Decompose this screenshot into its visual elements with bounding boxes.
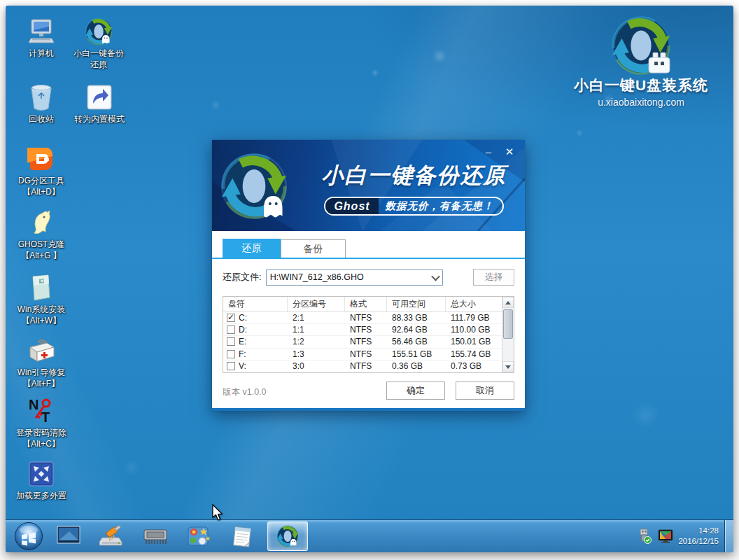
partition-id: 1:2 [288,337,345,346]
free-space: 92.64 GB [387,325,446,335]
load-external-icon [27,459,56,489]
display-settings-icon[interactable] [657,528,674,545]
row-checkbox[interactable] [227,350,235,358]
format: NTFS [345,337,387,346]
memory-chip-icon [143,526,168,547]
tab-bar: 还原 备份 [212,231,525,259]
dg-partition-icon [27,144,56,174]
total-size: 111.79 GB [446,313,502,323]
scroll-up-arrow[interactable] [502,297,514,308]
desktop-icon-password-clear[interactable]: N T 登录密码清除 【Alt+C】 [13,396,70,449]
partition-table: 盘符 分区编号 格式 可用空间 总大小 C: 2:1 NTFS 88.33 GB… [223,296,514,373]
taskbar-button-desktop-preview[interactable] [50,522,87,551]
desktop-icon-label: 计算机 [13,48,70,59]
table-row[interactable]: D: 1:1 NTFS 92.64 GB 110.00 GB [223,324,502,336]
clock-date: 2016/12/15 [678,536,719,547]
col-header-partition[interactable]: 分区编号 [288,297,345,312]
restore-file-label: 还原文件: [223,271,262,284]
drive-letter: C: [239,313,247,323]
taskbar-clock[interactable]: 14:28 2016/12/15 [678,526,719,547]
window-header: 小白一键备份还原 Ghost 数据无价，有备无患！ – ✕ [212,140,525,231]
row-checkbox[interactable] [227,326,235,334]
format: NTFS [345,313,387,323]
format: NTFS [345,325,387,335]
chevron-down-icon[interactable] [430,270,442,285]
ghost-slogan: 数据无价，有备无患！ [379,198,502,214]
desktop-icon-win-install[interactable]: Win系统安装 【Alt+W】 [13,273,70,326]
col-header-total[interactable]: 总大小 [446,297,502,312]
disk-tools-icon [99,525,125,547]
recycle-bin-icon [27,83,56,112]
tab-backup[interactable]: 备份 [281,239,346,258]
row-checkbox[interactable] [227,362,235,370]
format: NTFS [345,361,387,371]
desktop-icon-load-external[interactable]: 加载更多外置 [13,459,70,502]
taskbar-button-notepad[interactable] [224,522,260,551]
total-size: 110.00 GB [446,325,502,335]
scroll-down-arrow[interactable] [502,361,514,372]
scroll-thumb[interactable] [503,309,513,339]
col-header-free[interactable]: 可用空间 [387,297,446,312]
usb-device-icon[interactable] [636,528,653,545]
brand-logo-icon [607,15,675,76]
table-row[interactable]: C: 2:1 NTFS 88.33 GB 111.79 GB [223,312,502,324]
close-button[interactable]: ✕ [502,145,516,159]
desktop-icon-dg-partition[interactable]: DG分区工具 【Alt+D】 [13,144,70,197]
taskbar-button-backup-restore[interactable] [267,522,308,551]
show-desktop-button[interactable] [724,520,733,552]
free-space: 155.51 GB [387,349,446,359]
system-tray: 14:28 2016/12/15 [636,520,733,552]
taskbar-button-memory[interactable] [137,522,174,551]
col-header-format[interactable]: 格式 [345,297,387,312]
desktop-icon-win-boot-repair[interactable]: Win引导修复 【Alt+F】 [13,336,70,389]
desktop-icon-label: GHOST克隆 【Alt+G 】 [13,239,70,261]
computer-icon [27,17,56,46]
svg-text:N: N [29,397,38,412]
taskbar: 14:28 2016/12/15 [6,519,733,552]
brand-title: 小白一键U盘装系统 [564,76,718,95]
taskbar-button-imaging-tool[interactable] [181,522,217,551]
partition-id: 1:1 [288,325,345,335]
taskbar-button-disk-tools[interactable] [94,522,130,551]
win-boot-repair-icon [27,336,56,365]
row-checkbox[interactable] [227,314,235,322]
choose-file-button[interactable]: 选择 [473,269,514,286]
free-space: 0.36 GB [387,361,446,371]
row-checkbox[interactable] [227,337,235,346]
password-clear-icon: N T [27,396,56,426]
free-space: 88.33 GB [387,313,446,323]
desktop-icon-label: 登录密码清除 【Alt+C】 [13,428,70,449]
total-size: 0.73 GB [446,361,502,371]
desktop-icon-recycle-bin[interactable]: 回收站 [13,83,70,125]
ok-button[interactable]: 确定 [386,382,445,400]
desktop-icon-backup-restore[interactable]: 小白一键备份 还原 [67,17,130,70]
vertical-scrollbar[interactable] [502,297,514,372]
dialog-footer: 版本 v1.0.0 确定 取消 [223,382,514,401]
table-row[interactable]: F: 1:3 NTFS 155.51 GB 155.74 GB [223,349,502,360]
drive-letter: E: [239,337,246,346]
table-header-row: 盘符 分区编号 格式 可用空间 总大小 [223,297,502,312]
win-install-icon [27,273,56,302]
window-title: 小白一键备份还原 [310,161,518,190]
free-space: 56.46 GB [387,337,446,346]
minimize-button[interactable]: – [481,145,495,159]
col-header-drive[interactable]: 盘符 [223,297,288,312]
restore-file-row: 还原文件: H:\WIN7_612_x86.GHO 选择 [223,269,514,286]
format: NTFS [345,349,387,359]
backup-restore-window: 小白一键备份还原 Ghost 数据无价，有备无患！ – ✕ 还原 备份 还原文件… [212,140,525,411]
restore-file-combobox[interactable]: H:\WIN7_612_x86.GHO [266,270,443,286]
cancel-button[interactable]: 取消 [456,382,514,400]
desktop-icon-label: 转为内置模式 [66,114,133,125]
scroll-track[interactable] [502,308,514,361]
brand-watermark: 小白一键U盘装系统 u.xiaobaixitong.com [564,15,718,108]
desktop-icon-label: Win系统安装 【Alt+W】 [13,304,70,326]
table-row[interactable]: V: 3:0 NTFS 0.36 GB 0.73 GB [223,360,502,372]
svg-text:T: T [41,410,50,425]
imaging-tool-icon [187,525,211,547]
table-row[interactable]: E: 1:2 NTFS 56.46 GB 150.01 GB [223,336,502,348]
desktop-icon-ghost-clone[interactable]: GHOST克隆 【Alt+G 】 [13,208,70,261]
tab-restore[interactable]: 还原 [223,239,281,258]
desktop-icon-internal-mode[interactable]: 转为内置模式 [66,83,133,125]
desktop-icon-computer[interactable]: 计算机 [13,17,70,59]
start-button[interactable] [14,522,43,551]
